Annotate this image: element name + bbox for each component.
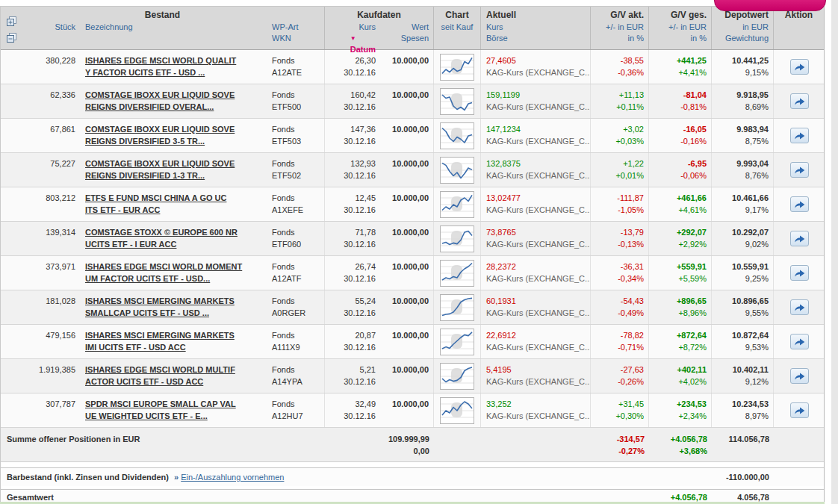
forward-arrow-icon <box>793 370 807 382</box>
col-group-aktuell: Aktuell <box>481 9 590 22</box>
gv-akt: -78,82-0,71% <box>591 325 649 358</box>
wp-art-wkn: FondsA14YPA <box>267 359 325 393</box>
chart-thumbnail[interactable] <box>434 187 481 221</box>
fund-name: ISHARES EDGE MSCI WORLD QUALITY FACTOR U… <box>80 50 267 84</box>
depotwert-cell: 9.918,958,69% <box>712 84 774 118</box>
total-value: 4.056,78 <box>712 493 774 502</box>
action-button[interactable] <box>790 231 809 246</box>
depotwert-cell: 10.234,538,97% <box>712 393 774 427</box>
gv-akt: +3,02+0,03% <box>591 119 649 152</box>
total-gv: +4.056,78 <box>591 493 712 502</box>
row-indent <box>1 359 28 393</box>
row-indent <box>1 290 28 324</box>
chart-thumbnail[interactable] <box>434 119 481 152</box>
wp-art-wkn: FondsETF060 <box>267 222 325 255</box>
gv-akt: +31,45+0,30% <box>591 393 649 427</box>
kauf-wert: 10.000,00 <box>380 187 434 221</box>
aktuell-kurs-boerse: 60,1931KAG-Kurs (EXCHANGE_C... <box>481 290 591 324</box>
table-row: 479,156 ISHARES MSCI EMERGING MARKETSIMI… <box>1 325 824 359</box>
gv-ges: +896,65+8,96% <box>649 290 712 324</box>
fund-name-link[interactable]: COMSTAGE IBOXX EUR LIQUID SOVEREIGNS DIV… <box>85 89 267 113</box>
gv-ges: +402,11+4,02% <box>649 359 712 393</box>
page-gutter <box>831 0 838 504</box>
chart-thumbnail[interactable] <box>434 222 481 255</box>
gv-ges: +292,07+2,92% <box>649 222 712 255</box>
aktuell-kurs-boerse: 22,6912KAG-Kurs (EXCHANGE_C... <box>481 325 591 358</box>
chart-thumbnail[interactable] <box>434 153 481 187</box>
fund-name-link[interactable]: ISHARES EDGE MSCI WORLD QUALITY FACTOR U… <box>85 55 267 78</box>
action-button[interactable] <box>790 334 809 349</box>
summary-row: Summe offener Positionen in EUR 109.999,… <box>1 428 824 462</box>
deposit-withdrawal-link[interactable]: » Ein-/Auszahlung vornehmen <box>174 473 284 482</box>
kauf-kurs-datum: 5,2130.12.16 <box>325 359 380 393</box>
col-gvges-pct: in % <box>691 33 707 44</box>
row-indent <box>1 393 28 427</box>
fund-name-link[interactable]: COMSTAGE IBOXX EUR LIQUID SOVEREIGNS DIV… <box>85 123 267 147</box>
action-button[interactable] <box>790 162 809 178</box>
sort-datum-control[interactable]: ▼Datum <box>350 33 376 55</box>
gv-ges: -6,95-0,06% <box>649 153 712 187</box>
forward-arrow-icon <box>793 405 807 416</box>
action-button[interactable] <box>790 299 809 315</box>
action-button[interactable] <box>790 128 809 143</box>
stueck-value: 181,028 <box>28 290 80 324</box>
action-button[interactable] <box>790 196 809 212</box>
kauf-kurs-datum: 160,4230.12.16 <box>325 84 380 118</box>
gv-ges: +234,53+2,34% <box>649 393 712 427</box>
depotwert-cell: 9.983,948,75% <box>712 119 774 152</box>
action-button[interactable] <box>790 265 809 281</box>
mini-chart-icon <box>440 157 474 184</box>
depotwert-cell: 10.896,659,55% <box>712 290 774 324</box>
fund-name: ETFS E FUND MSCI CHINA A GO UCITS ETF - … <box>80 187 267 221</box>
gv-ges: -81,04-0,81% <box>649 84 712 118</box>
fund-name-link[interactable]: SPDR MSCI EUROPE SMALL CAP VALUE WEIGHTE… <box>85 398 267 422</box>
col-kauf-kurs: Kurs <box>359 22 376 33</box>
chart-thumbnail[interactable] <box>434 256 481 290</box>
expand-all-icon[interactable] <box>6 16 17 27</box>
wp-art-wkn: FondsETF502 <box>267 153 325 187</box>
kauf-wert: 10.000,00 <box>380 290 434 324</box>
col-gvakt-eur: +/- in EUR <box>606 22 644 33</box>
kauf-wert: 10.000,00 <box>380 222 434 255</box>
top-pill-button[interactable] <box>714 0 826 11</box>
action-button[interactable] <box>790 368 809 384</box>
forward-arrow-icon <box>793 233 807 244</box>
depotwert-cell: 10.559,919,25% <box>712 256 774 290</box>
chart-thumbnail[interactable] <box>434 393 481 427</box>
action-button[interactable] <box>790 59 809 75</box>
fund-name-link[interactable]: COMSTAGE STOXX © EUROPE 600 NRUCITS ETF … <box>85 226 267 250</box>
chart-thumbnail[interactable] <box>434 359 481 393</box>
col-boerse: Börse <box>486 33 508 44</box>
chart-thumbnail[interactable] <box>434 290 481 324</box>
chart-thumbnail[interactable] <box>434 84 481 118</box>
cash-label: Barbestand (inkl. Zinsen und Dividenden) <box>7 473 169 482</box>
fund-name: ISHARES EDGE MSCI WORLD MULTIFACTOR UCIT… <box>80 359 267 393</box>
kauf-wert: 10.000,00 <box>380 119 434 152</box>
action-button[interactable] <box>790 402 809 418</box>
chart-thumbnail[interactable] <box>434 325 481 358</box>
forward-arrow-icon <box>793 336 807 347</box>
gv-akt: -13,79-0,13% <box>591 222 649 255</box>
fund-name-link[interactable]: COMSTAGE IBOXX EUR LIQUID SOVEREIGNS DIV… <box>85 158 267 181</box>
col-spesen: Spesen <box>401 33 429 44</box>
row-indent <box>1 256 28 290</box>
forward-arrow-icon <box>793 164 807 175</box>
fund-name-link[interactable]: ISHARES EDGE MSCI WORLD MOMENTUM FACTOR … <box>85 261 267 284</box>
stueck-value: 380,228 <box>28 50 80 84</box>
collapse-all-icon[interactable] <box>6 32 17 43</box>
fund-name-link[interactable]: ISHARES MSCI EMERGING MARKETSSMALLCAP UC… <box>85 295 267 319</box>
stueck-value: 75,227 <box>28 153 80 187</box>
table-row: 803,212 ETFS E FUND MSCI CHINA A GO UCIT… <box>1 187 824 222</box>
fund-name-link[interactable]: ISHARES MSCI EMERGING MARKETSIMI UCITS E… <box>85 329 267 353</box>
fund-name-link[interactable]: ISHARES EDGE MSCI WORLD MULTIFACTOR UCIT… <box>85 364 267 388</box>
col-depot-eur: in EUR <box>742 22 769 33</box>
aktion-cell <box>774 256 825 290</box>
chart-thumbnail[interactable] <box>434 50 481 84</box>
action-button[interactable] <box>790 93 809 109</box>
forward-arrow-icon <box>793 302 807 313</box>
depotwert-cell: 10.441,259,15% <box>712 50 774 84</box>
mini-chart-icon <box>440 225 474 252</box>
aktion-cell <box>774 153 825 187</box>
fund-name-link[interactable]: ETFS E FUND MSCI CHINA A GO UCITS ETF - … <box>85 192 267 216</box>
sort-desc-icon: ▼ <box>350 33 374 44</box>
